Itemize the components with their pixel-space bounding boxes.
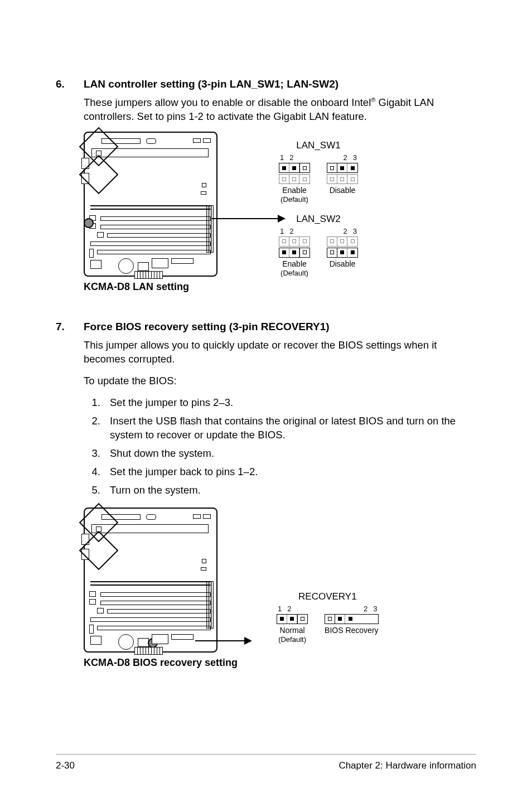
section-title: LAN controller setting (3-pin LAN_SW1; L… [84,78,338,90]
step-item: Set the jumper back to pins 1–2. [103,465,476,479]
section-text: This jumper allows you to quickly update… [84,339,476,366]
diagram-caption: KCMA-D8 LAN setting [84,281,217,293]
section-header: 7. Force BIOS recovery setting (3-pin RE… [56,321,476,333]
page-number: 2-30 [56,760,75,771]
jumper-label: BIOS Recovery [325,626,378,635]
page-footer: 2-30 Chapter 2: Hardware information [56,754,476,771]
step-item: Shut down the system. [103,447,476,461]
step-item: Turn on the system. [103,484,476,497]
jumper-label: Disable [327,259,358,269]
arrow-icon [212,218,284,219]
jumper-sublabel: (Default) [279,195,310,204]
jumper-sublabel: (Default) [279,269,310,277]
jumper-title: LAN_SW2 [279,214,358,225]
section-number: 7. [56,321,84,333]
jumper-label: Enable [279,259,310,269]
board-diagram: KCMA-D8 LAN setting [84,132,217,293]
section-title: Force BIOS recovery setting (3-pin RECOV… [84,321,330,333]
jumper-disable: 23 Disable [327,153,358,204]
arrow-icon [195,640,251,641]
jumper-area-lan: LAN_SW1 12 Enable (Default) 23 [279,132,358,287]
board-diagram: KCMA-D8 BIOS recovery setting [84,508,238,669]
jumper-enable: 12 Enable (Default) [279,153,310,204]
jumper-enable: 12 Enable (Default) [279,227,310,277]
jumper-lan-sw1: LAN_SW1 12 Enable (Default) 23 [279,140,358,204]
jumper-area-recovery: RECOVERY1 12 Normal (Default) 23 BIOS Re… [277,508,378,654]
section-body: These jumpers allow you to enable or dis… [84,96,476,124]
diagram-recovery: KCMA-D8 BIOS recovery setting RECOVERY1 … [84,508,476,669]
jumper-lan-sw2: LAN_SW2 12 Enable (Default) 23 [279,214,358,277]
steps-list: Set the jumper to pins 2–3. Insert the U… [84,396,476,497]
jumper-normal: 12 Normal (Default) [277,605,308,644]
jumper-label: Disable [327,186,358,195]
section-6: 6. LAN controller setting (3-pin LAN_SW1… [56,78,476,293]
diagram-caption: KCMA-D8 BIOS recovery setting [84,657,238,669]
section-header: 6. LAN controller setting (3-pin LAN_SW1… [56,78,476,90]
jumper-bios-recovery: 23 BIOS Recovery [325,605,378,644]
step-item: Insert the USB flash that contains the o… [103,414,476,442]
jumper-title: RECOVERY1 [277,591,378,602]
jumper-label: Normal [277,626,308,635]
jumper-label: Enable [279,186,310,195]
step-item: Set the jumper to pins 2–3. [103,396,476,410]
chapter-label: Chapter 2: Hardware information [338,760,476,771]
jumper-sublabel: (Default) [277,635,308,644]
jumper-title: LAN_SW1 [279,140,358,151]
section-7: 7. Force BIOS recovery setting (3-pin RE… [56,321,476,669]
section-text: These jumpers allow you to enable or dis… [84,96,476,124]
jumper-disable: 23 Disable [327,227,358,277]
text-pre: These jumpers allow you to enable or dis… [84,96,371,108]
section-body: This jumper allows you to quickly update… [84,339,476,388]
jumper-recovery1: RECOVERY1 12 Normal (Default) 23 BIOS Re… [277,591,378,644]
section-number: 6. [56,78,84,90]
section-text: To update the BIOS: [84,374,476,388]
diagram-lan: KCMA-D8 LAN setting LAN_SW1 12 Enable (D… [84,132,476,293]
